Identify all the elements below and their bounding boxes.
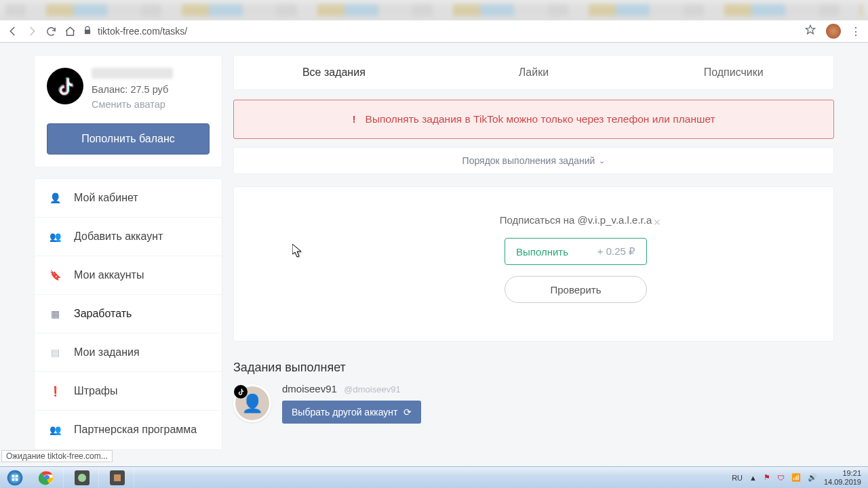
exclaim-icon: !: [352, 113, 355, 125]
page-content: Баланс: 27.5 руб Сменить аватар Пополнит…: [0, 43, 868, 466]
home-button[interactable]: [64, 25, 76, 37]
url-text: tiktok-free.com/tasks/: [98, 26, 187, 37]
profile-username: [92, 68, 173, 79]
profile-avatar-icon[interactable]: [826, 24, 841, 39]
browser-tab-bar: [0, 0, 868, 20]
tiktok-badge-icon: [234, 385, 248, 399]
tray-flag-icon[interactable]: ⚑: [764, 473, 770, 482]
bookmark-icon[interactable]: [804, 24, 816, 39]
section-title: Задания выполняет: [233, 361, 834, 375]
check-label: Проверить: [550, 284, 601, 296]
switch-account-button[interactable]: Выбрать другой аккаунт ⟳: [282, 401, 421, 424]
menu-label: Заработать: [74, 308, 132, 320]
sidebar: Баланс: 27.5 руб Сменить аватар Пополнит…: [34, 55, 222, 466]
menu-fines[interactable]: ❗Штрафы: [35, 372, 222, 411]
alert-banner: ! Выполнять задания в TikTok можно тольк…: [233, 100, 834, 139]
svg-point-0: [7, 470, 23, 485]
change-avatar-link[interactable]: Сменить аватар: [92, 98, 173, 113]
start-button[interactable]: [1, 468, 28, 488]
executor-handle: @dmoiseev91: [344, 384, 400, 394]
tray-date: 14.09.2019: [824, 478, 861, 486]
topup-button[interactable]: Пополнить баланс: [47, 123, 210, 155]
executor-avatar[interactable]: 👤: [233, 384, 271, 422]
tab-subs[interactable]: Подписчики: [633, 56, 833, 89]
menu-cabinet[interactable]: 👤Мой кабинет: [35, 179, 222, 218]
address-bar[interactable]: tiktok-free.com/tasks/: [83, 26, 797, 37]
order-label: Порядок выполнения заданий: [462, 155, 595, 166]
taskbar-chrome[interactable]: [30, 468, 64, 487]
task-price: + 0.25 ₽: [597, 245, 635, 258]
browser-chrome: tiktok-free.com/tasks/ ⋮: [0, 0, 868, 43]
menu-partner[interactable]: 👥Партнерская программа: [35, 411, 222, 449]
menu-earn[interactable]: ▦Заработать: [35, 295, 222, 333]
task-card: ✕ Подписаться на @v.i.p_v.a.l.e.r.a Выпо…: [233, 186, 834, 342]
tab-all[interactable]: Все задания: [234, 56, 434, 89]
bookmark-icon: 🔖: [50, 270, 60, 281]
execute-label: Выполнить: [516, 246, 568, 258]
menu-label: Добавить аккаунт: [74, 230, 163, 243]
profile-avatar[interactable]: [47, 68, 83, 104]
sidebar-menu: 👤Мой кабинет 👥Добавить аккаунт 🔖Мои акка…: [34, 178, 222, 450]
browser-status: Ожидание tiktok-free.com...: [1, 450, 113, 462]
menu-dots-icon[interactable]: ⋮: [850, 25, 861, 38]
menu-label: Штрафы: [74, 385, 117, 397]
alert-text: Выполнять задания в TikTok можно только …: [366, 113, 715, 125]
tab-likes[interactable]: Лайки: [434, 56, 634, 89]
grid-icon: ▦: [50, 308, 60, 319]
executor-name: dmoiseev91: [282, 383, 337, 394]
profile-card: Баланс: 27.5 руб Сменить аватар Пополнит…: [34, 55, 222, 167]
order-dropdown[interactable]: Порядок выполнения заданий ⌄: [233, 147, 834, 174]
exclaim-icon: ❗: [50, 386, 60, 396]
forward-button[interactable]: [26, 25, 38, 37]
menu-tasks[interactable]: ▤Мои задания: [35, 333, 222, 372]
back-button[interactable]: [7, 25, 19, 37]
taskbar-app1[interactable]: [65, 468, 99, 487]
menu-accounts[interactable]: 🔖Мои аккаунты: [35, 256, 222, 295]
main-content: Все задания Лайки Подписчики ! Выполнять…: [233, 55, 834, 466]
tray-network-icon[interactable]: 📶: [791, 473, 801, 482]
balance-label: Баланс: 27.5 руб: [92, 83, 173, 98]
tray-sound-icon[interactable]: 🔊: [808, 473, 817, 482]
windows-taskbar: RU ▲ ⚑ 🛡 📶 🔊 19:21 14.09.2019: [0, 466, 868, 488]
user-plus-icon: 👥: [50, 231, 60, 242]
tabs: Все задания Лайки Подписчики: [233, 55, 834, 90]
chevron-down-icon: ⌄: [599, 157, 605, 165]
switch-label: Выбрать другой аккаунт: [292, 407, 398, 418]
taskbar-app2[interactable]: [100, 468, 134, 487]
menu-add-account[interactable]: 👥Добавить аккаунт: [35, 218, 222, 256]
menu-label: Мои аккаунты: [74, 269, 144, 281]
users-icon: 👥: [50, 424, 60, 435]
tray-time: 19:21: [824, 469, 861, 477]
browser-toolbar: tiktok-free.com/tasks/ ⋮: [0, 20, 868, 42]
executor-row: 👤 dmoiseev91 @dmoiseev91 Выбрать другой …: [233, 383, 834, 424]
tray-lang[interactable]: RU: [732, 474, 743, 482]
menu-label: Мои задания: [74, 346, 140, 359]
check-button[interactable]: Проверить: [505, 276, 647, 303]
menu-label: Мой кабинет: [74, 192, 138, 204]
task-title: Подписаться на @v.i.p_v.a.l.e.r.a: [474, 214, 677, 226]
menu-label: Партнерская программа: [74, 424, 197, 436]
user-icon: 👤: [50, 192, 60, 203]
svg-point-4: [78, 474, 86, 482]
lock-icon: [83, 26, 92, 37]
close-icon[interactable]: ✕: [653, 217, 661, 228]
list-icon: ▤: [50, 347, 60, 358]
refresh-icon: ⟳: [403, 407, 412, 418]
tray-up-icon[interactable]: ▲: [749, 474, 757, 482]
reload-button[interactable]: [45, 25, 57, 37]
tray-shield-icon[interactable]: 🛡: [777, 474, 785, 482]
execute-button[interactable]: Выполнить + 0.25 ₽: [505, 238, 647, 265]
tray-clock[interactable]: 19:21 14.09.2019: [824, 469, 861, 485]
